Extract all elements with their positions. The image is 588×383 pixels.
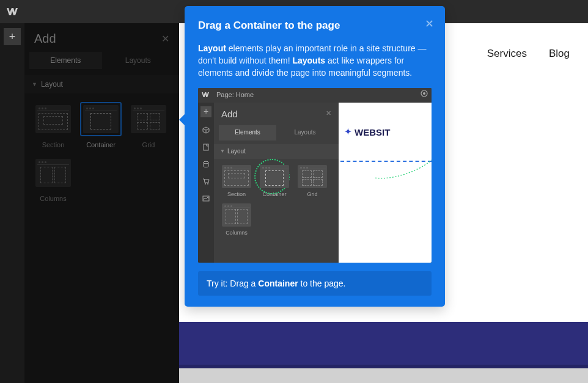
mini-group-layout[interactable]: ▼ Layout xyxy=(214,144,339,159)
caret-down-icon: ▼ xyxy=(220,148,225,155)
mini-tab-elements[interactable]: Elements xyxy=(219,125,276,140)
plus-icon[interactable]: + xyxy=(200,106,211,117)
close-icon[interactable]: ✕ xyxy=(425,16,434,32)
tooltip-illustration: Page: Home + xyxy=(198,88,432,263)
item-label: Container xyxy=(86,141,116,148)
drag-arrow xyxy=(366,139,432,188)
element-columns[interactable]: Columns xyxy=(33,156,73,202)
tooltip-title: Drag a Container to the page xyxy=(198,18,432,34)
tooltip-action: Try it: Drag a Container to the page. xyxy=(198,271,432,296)
close-icon[interactable]: ✕ xyxy=(326,109,331,119)
drop-target-line xyxy=(340,161,432,162)
onboarding-tooltip: ✕ Drag a Container to the page Layout el… xyxy=(185,6,445,307)
add-panel: Add ✕ Elements Layouts ▼ Layout Section xyxy=(24,23,179,383)
nav-services[interactable]: Services xyxy=(487,48,527,60)
webflow-logo-icon xyxy=(202,89,210,101)
left-rail: + xyxy=(0,23,24,383)
caret-down-icon: ▼ xyxy=(32,81,37,87)
group-layout[interactable]: ▼ Layout xyxy=(24,75,179,93)
mini-element-container[interactable]: Container xyxy=(258,165,291,199)
mini-panel-title: Add xyxy=(221,108,238,121)
svg-point-3 xyxy=(204,161,208,164)
cube-icon[interactable] xyxy=(202,126,210,134)
mini-canvas-title: ✦ WEBSIT xyxy=(345,126,390,139)
svg-point-4 xyxy=(205,183,206,184)
pages-icon[interactable] xyxy=(202,143,210,151)
element-container[interactable]: Container xyxy=(81,102,121,148)
preview-icon[interactable] xyxy=(421,90,428,100)
tooltip-body: Layout elements play an important role i… xyxy=(198,42,432,79)
site-nav: Services Blog xyxy=(487,48,570,60)
item-label: Columns xyxy=(40,195,66,202)
panel-title: Add xyxy=(34,32,56,46)
item-label: Grid xyxy=(142,141,155,148)
hero-section xyxy=(179,322,588,368)
tab-layouts[interactable]: Layouts xyxy=(102,52,175,69)
ecommerce-icon[interactable] xyxy=(202,177,210,186)
page-label: Page: Home xyxy=(216,90,254,100)
svg-point-5 xyxy=(207,183,208,184)
add-button[interactable]: + xyxy=(4,28,21,45)
element-section[interactable]: Section xyxy=(33,102,73,148)
sparkle-icon: ✦ xyxy=(345,126,351,138)
mini-element-grid[interactable]: Grid xyxy=(296,165,329,199)
mini-element-section[interactable]: Section xyxy=(220,165,253,199)
mini-element-columns[interactable]: Columns xyxy=(220,203,253,237)
cms-icon[interactable] xyxy=(202,160,210,169)
mini-left-rail: + xyxy=(198,103,214,263)
webflow-logo[interactable] xyxy=(4,3,21,20)
canvas-tint xyxy=(179,365,588,383)
close-icon[interactable]: ✕ xyxy=(161,33,169,45)
mini-tab-layouts[interactable]: Layouts xyxy=(276,125,334,140)
mini-canvas: ✦ WEBSIT xyxy=(339,103,432,263)
mini-add-panel: Add ✕ Elements Layouts ▼ Layout Section xyxy=(214,103,339,263)
svg-rect-2 xyxy=(204,144,208,150)
element-grid[interactable]: Grid xyxy=(128,102,169,148)
item-label: Section xyxy=(42,141,65,148)
group-label: Layout xyxy=(41,80,63,89)
nav-blog[interactable]: Blog xyxy=(549,48,570,60)
svg-point-1 xyxy=(423,92,425,95)
tab-elements[interactable]: Elements xyxy=(29,52,102,69)
assets-icon[interactable] xyxy=(202,194,210,203)
